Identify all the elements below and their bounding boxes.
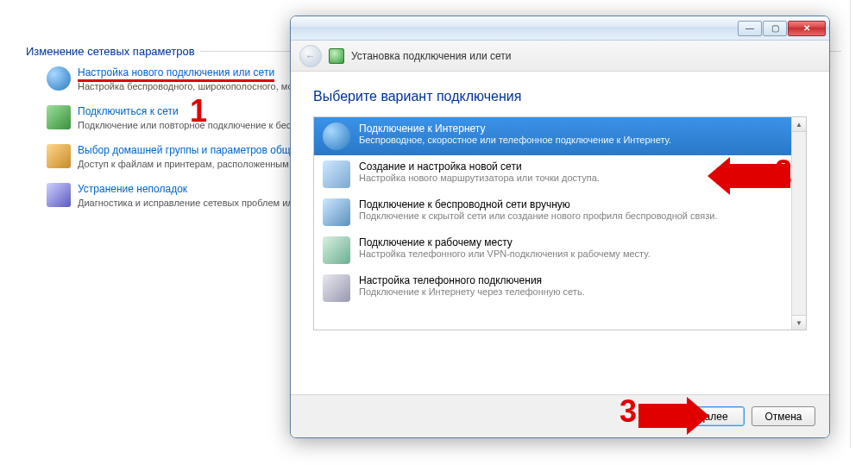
link-troubleshoot[interactable]: Устранение неполадок <box>78 183 187 195</box>
options-listbox[interactable]: Подключение к Интернету Беспроводное, ск… <box>313 116 807 330</box>
router-icon <box>323 160 350 188</box>
section-title: Изменение сетевых параметров <box>26 45 195 58</box>
option-subtitle: Настройка нового маршрутизатора или точк… <box>359 173 600 183</box>
option-subtitle: Беспроводное, скоростное или телефонное … <box>359 135 671 145</box>
annotation-number-3: 3 <box>620 393 637 430</box>
scrollbar[interactable]: ▲ ▼ <box>791 117 806 330</box>
option-title: Создание и настройка новой сети <box>359 160 600 173</box>
option-title: Подключение к рабочему месту <box>359 236 651 248</box>
option-subtitle: Настройка телефонного или VPN-подключени… <box>359 248 651 259</box>
phone-icon <box>323 274 350 302</box>
option-internet[interactable]: Подключение к Интернету Беспроводное, ск… <box>314 117 791 155</box>
briefcase-icon <box>323 236 350 264</box>
option-dialup[interactable]: Настройка телефонного подключения Подклю… <box>314 269 791 307</box>
dialog-navbar: ← Установка подключения или сети <box>291 41 829 72</box>
annotation-arrow-3 <box>638 397 709 435</box>
titlebar[interactable]: — ▢ ✕ <box>291 16 829 41</box>
scroll-down-icon[interactable]: ▼ <box>792 315 806 330</box>
close-button[interactable]: ✕ <box>788 21 826 36</box>
setup-connection-dialog: — ▢ ✕ ← Установка подключения или сети В… <box>290 16 830 438</box>
globe-icon <box>47 66 71 91</box>
scroll-up-icon[interactable]: ▲ <box>792 117 806 132</box>
wireless-icon <box>323 198 350 226</box>
connect-icon <box>47 105 71 129</box>
troubleshoot-icon <box>47 183 71 207</box>
minimize-button[interactable]: — <box>738 21 762 36</box>
option-title: Подключение к Интернету <box>359 123 671 135</box>
cancel-button[interactable]: Отмена <box>752 406 815 426</box>
homegroup-icon <box>47 144 71 168</box>
back-button[interactable]: ← <box>299 45 322 67</box>
option-workplace[interactable]: Подключение к рабочему месту Настройка т… <box>314 231 791 269</box>
annotation-number-1: 1 <box>190 93 207 129</box>
maximize-button[interactable]: ▢ <box>763 21 787 36</box>
internet-globe-icon <box>323 123 350 150</box>
annotation-number-2: 2 <box>775 154 792 190</box>
dialog-footer: Далее Отмена <box>291 394 829 437</box>
option-subtitle: Подключение к Интернету через телефонную… <box>359 286 585 297</box>
dialog-body: Выберите вариант подключения Подключение… <box>291 72 829 337</box>
wizard-icon <box>329 48 344 64</box>
option-subtitle: Подключение к скрытой сети или создание … <box>359 211 717 221</box>
option-wireless-manual[interactable]: Подключение к беспроводной сети вручную … <box>314 193 791 231</box>
option-title: Подключение к беспроводной сети вручную <box>359 198 717 211</box>
dialog-heading: Выберите вариант подключения <box>313 89 807 104</box>
dialog-title: Установка подключения или сети <box>351 50 511 62</box>
option-title: Настройка телефонного подключения <box>359 274 585 286</box>
link-connect[interactable]: Подключиться к сети <box>78 105 179 117</box>
